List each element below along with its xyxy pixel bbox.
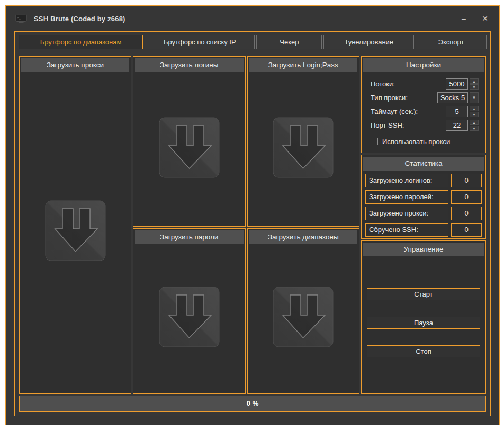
proxy-type-label: Тип прокси: [371, 94, 437, 102]
use-proxy-row: Использовать прокси [371, 135, 479, 148]
load-loginpass-dropzone[interactable] [249, 72, 358, 225]
terminal-icon: >_ [15, 14, 27, 24]
statistics-panel: Статистика Загружено логинов: 0 Загружен… [361, 155, 486, 239]
timeout-spin-up-icon[interactable]: ▲ [470, 106, 479, 111]
threads-label: Потоки: [371, 80, 446, 88]
load-ranges-dropzone[interactable] [249, 244, 358, 391]
title-bar: >_ SSH Brute (Coded by z668) – ✕ [6, 6, 499, 31]
tab-page-bruteforce-ranges: Загрузить прокси [15, 52, 490, 416]
stat-label: Загружено логинов: [365, 174, 448, 187]
start-button[interactable]: Старт [367, 288, 480, 300]
threads-spin-down-icon[interactable]: ▼ [470, 84, 479, 90]
minimize-button[interactable]: – [459, 14, 469, 23]
panel-load-logins: Загрузить логины [133, 56, 246, 227]
control-panel: Управление Старт Пауза Стоп [361, 240, 486, 394]
timeout-row: Таймаут (сек.): 5 ▲ ▼ [371, 104, 479, 118]
load-logins-dropzone[interactable] [135, 72, 244, 225]
stat-label: Загружено паролей: [365, 190, 448, 204]
stat-row-cracked-ssh: Сбручено SSH: 0 [365, 223, 482, 237]
stat-value: 0 [451, 223, 482, 237]
timeout-label: Таймаут (сек.): [371, 108, 446, 115]
panel-load-proxy-header: Загрузить прокси [21, 58, 129, 72]
panel-load-proxy: Загрузить прокси [19, 56, 131, 394]
ssh-port-label: Порт SSH: [371, 121, 446, 129]
stat-label: Загружено прокси: [365, 207, 448, 220]
stat-row-loaded-logins: Загружено логинов: 0 [365, 174, 482, 187]
panel-load-passwords: Загрузить пароли [133, 228, 246, 394]
download-arrow-icon [159, 117, 220, 180]
ssh-port-input[interactable]: 22 [446, 120, 468, 131]
stat-row-loaded-passwords: Загружено паролей: 0 [365, 190, 482, 204]
tab-export[interactable]: Экспорт [416, 35, 487, 49]
tab-bar: Брутфорс по диапазонам Брутфорс по списк… [15, 32, 490, 52]
tab-bruteforce-ip-list[interactable]: Брутфорс по списку IP [145, 35, 255, 49]
download-arrow-icon [45, 200, 106, 263]
tab-checker[interactable]: Чекер [256, 35, 322, 49]
svg-text:>_: >_ [17, 15, 21, 19]
proxy-type-dropdown-icon[interactable]: ▼ [470, 92, 479, 103]
panel-load-loginpass-header: Загрузить Login;Pass [249, 58, 358, 72]
download-arrow-icon [159, 287, 220, 350]
settings-header: Настройки [363, 58, 484, 72]
progress-text: 0 % [20, 396, 485, 411]
panel-load-ranges: Загрузить диапазоны [247, 228, 360, 394]
ssh-port-spin-up-icon[interactable]: ▲ [470, 120, 479, 125]
statistics-header: Статистика [363, 157, 484, 171]
load-proxy-dropzone[interactable] [21, 72, 129, 391]
use-proxy-label: Использовать прокси [382, 138, 450, 146]
ssh-port-spin-down-icon[interactable]: ▼ [470, 126, 479, 131]
proxy-type-row: Тип прокси: Socks 5 ▼ [371, 91, 479, 104]
settings-panel: Настройки Потоки: 5000 ▲ ▼ [361, 56, 486, 153]
threads-spin-up-icon[interactable]: ▲ [470, 78, 479, 84]
timeout-spin-down-icon[interactable]: ▼ [470, 112, 479, 117]
download-arrow-icon [273, 287, 334, 350]
stat-value: 0 [451, 190, 482, 204]
panel-load-loginpass: Загрузить Login;Pass [247, 56, 360, 227]
stat-row-loaded-proxies: Загружено прокси: 0 [365, 207, 482, 220]
use-proxy-checkbox[interactable] [371, 138, 378, 145]
tab-control: Брутфорс по диапазонам Брутфорс по списк… [14, 31, 491, 416]
threads-row: Потоки: 5000 ▲ ▼ [371, 77, 479, 91]
load-passwords-dropzone[interactable] [135, 244, 244, 391]
threads-input[interactable]: 5000 [446, 78, 468, 90]
panel-load-logins-header: Загрузить логины [135, 58, 244, 72]
progress-bar: 0 % [19, 396, 486, 412]
panel-load-ranges-header: Загрузить диапазоны [249, 230, 358, 244]
tab-tunneling[interactable]: Тунелирование [323, 35, 414, 49]
window-title: SSH Brute (Coded by z668) [34, 15, 125, 23]
stat-value: 0 [451, 207, 482, 220]
stat-value: 0 [451, 174, 482, 187]
panel-load-passwords-header: Загрузить пароли [135, 230, 244, 244]
pause-button[interactable]: Пауза [367, 317, 480, 329]
control-header: Управление [363, 243, 484, 256]
app-window: >_ SSH Brute (Coded by z668) – ✕ Брутфор… [5, 5, 500, 425]
download-arrow-icon [273, 117, 334, 180]
stat-label: Сбручено SSH: [365, 223, 448, 237]
stop-button[interactable]: Стоп [367, 345, 480, 358]
ssh-port-row: Порт SSH: 22 ▲ ▼ [371, 118, 479, 132]
proxy-type-select[interactable]: Socks 5 [437, 92, 468, 103]
tab-bruteforce-ranges[interactable]: Брутфорс по диапазонам [19, 35, 143, 49]
timeout-input[interactable]: 5 [446, 106, 468, 117]
close-button[interactable]: ✕ [480, 14, 490, 23]
